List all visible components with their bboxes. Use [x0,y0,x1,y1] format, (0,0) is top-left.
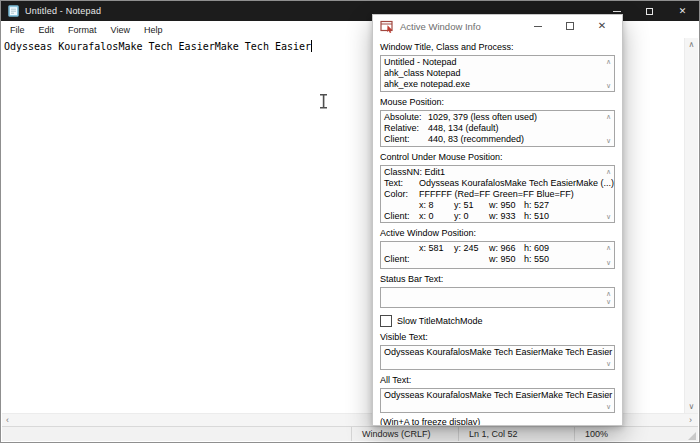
status-spacer [2,427,351,441]
scroll-down-icon[interactable]: ∨ [606,298,611,305]
scroll-up-icon[interactable]: ∧ [606,348,611,355]
status-cursor-position: Ln 1, Col 52 [458,427,574,441]
section-label-control-under-mouse: Control Under Mouse Position: [380,152,615,163]
box-line: Client: 440, 83 (recommended) [384,134,598,145]
all-text-box[interactable]: Odysseas KourafalosMake Tech EasierMake … [380,388,615,413]
notepad-window: Untitled - Notepad ✕ File Edit Format Vi… [0,0,700,443]
mouse-position-box[interactable]: Absolute: 1029, 379 (less often used) Re… [380,110,615,147]
maximize-button[interactable] [633,1,666,21]
box-line: Text: Odysseas KourafalosMake Tech Easie… [384,178,598,189]
minimize-icon [613,11,621,12]
section-label-window-info: Window Title, Class and Process: [380,42,615,53]
box-line: Client: x: 0 y: 0 w: 933 h: 510 [384,211,598,222]
section-label-mouse-position: Mouse Position: [380,97,615,108]
notepad-icon [8,5,19,17]
text-caret [311,40,312,52]
close-button[interactable]: ✕ [666,1,699,21]
status-bar-text-box[interactable]: ∧ ∨ [380,287,615,308]
scroll-down-icon[interactable]: ∨ [606,403,611,410]
scroll-up-icon[interactable]: ∧ [606,244,611,251]
window-info-box[interactable]: Untitled - Notepad ahk_class Notepad ahk… [380,55,615,92]
status-zoom-level: 100% [574,427,677,441]
window-spy-icon [380,20,394,33]
scroll-down-icon[interactable]: ∨ [606,213,611,220]
scroll-down-icon[interactable]: ∨ [606,137,611,144]
section-label-visible-text: Visible Text: [380,332,615,343]
spy-maximize-icon [566,22,574,30]
scroll-down-icon[interactable]: ∨ [606,82,611,89]
titlematch-checkbox-row: Slow TitleMatchMode [380,315,615,327]
editor-text-line: Odysseas KourafalosMake Tech EasierMake … [4,40,312,52]
resize-grip-icon[interactable] [688,432,696,440]
resize-grip-cell [677,427,698,441]
scroll-down-icon[interactable]: ∨ [685,403,698,411]
scroll-left-icon[interactable]: ‹ [6,416,9,425]
ibeam-cursor [319,94,328,109]
active-window-position-box[interactable]: x: 581 y: 245 w: 966 h: 609 Client: w: 9… [380,241,615,269]
box-line: Untitled - Notepad [384,57,598,68]
window-title: Untitled - Notepad [25,6,101,16]
menu-item-edit[interactable]: Edit [32,25,62,35]
section-label-active-window-position: Active Window Position: [380,228,615,239]
box-line: Relative: 448, 134 (default) [384,123,598,134]
titlematch-checkbox-label: Slow TitleMatchMode [397,316,483,326]
menu-item-view[interactable]: View [104,25,137,35]
box-line: Odysseas KourafalosMake Tech EasierMake … [384,390,598,401]
control-under-mouse-box[interactable]: ClassNN: Edit1 Text: Odysseas Kourafalos… [380,165,615,223]
menu-item-help[interactable]: Help [137,25,170,35]
section-label-status-bar-text: Status Bar Text: [380,274,615,285]
menu-item-format[interactable]: Format [61,25,104,35]
scroll-up-icon[interactable]: ∧ [606,290,611,297]
statusbar: Windows (CRLF) Ln 1, Col 52 100% [2,426,698,441]
spy-caption-buttons: ✕ [530,15,610,37]
spy-close-button[interactable]: ✕ [594,18,610,34]
scroll-up-icon[interactable]: ∧ [606,391,611,398]
spy-minimize-button[interactable] [530,18,546,34]
box-line: ahk_exe notepad.exe [384,79,598,90]
spy-close-icon: ✕ [598,21,606,31]
visible-text-box[interactable]: Odysseas KourafalosMake Tech EasierMake … [380,345,615,370]
spy-footer-hint: (Win+A to freeze display) [380,417,615,426]
menu-item-file[interactable]: File [3,25,32,35]
vertical-scrollbar[interactable]: ∧ ∨ [684,38,698,414]
box-line: ahk_class Notepad [384,68,598,79]
spy-maximize-button[interactable] [562,18,578,34]
scroll-up-icon[interactable]: ∧ [685,41,698,49]
box-line: x: 8 y: 51 w: 950 h: 527 [384,200,598,211]
box-line: Color: FFFFFF (Red=FF Green=FF Blue=FF) [384,189,598,200]
box-line: Odysseas KourafalosMake Tech EasierMake … [384,347,598,358]
scroll-up-icon[interactable]: ∧ [606,113,611,120]
close-icon: ✕ [679,7,687,16]
box-line: x: 581 y: 245 w: 966 h: 609 [384,243,598,254]
box-line: Client: w: 950 h: 550 [384,254,598,265]
spy-titlebar[interactable]: Active Window Info ✕ [373,15,622,37]
section-label-all-text: All Text: [380,375,615,386]
box-line: ClassNN: Edit1 [384,167,598,178]
spy-title: Active Window Info [400,21,481,32]
spy-minimize-icon [534,26,542,27]
scroll-up-icon[interactable]: ∧ [606,168,611,175]
scroll-right-icon[interactable]: › [689,416,692,425]
box-line: Absolute: 1029, 379 (less often used) [384,112,598,123]
scroll-down-icon[interactable]: ∨ [606,259,611,266]
titlematch-checkbox[interactable] [380,315,392,327]
active-window-info-dialog: Active Window Info ✕ Window Title, Class… [372,14,623,426]
status-line-ending: Windows (CRLF) [351,427,458,441]
editor-text: Odysseas KourafalosMake Tech EasierMake … [4,41,311,52]
spy-body: Window Title, Class and Process: Untitle… [373,42,622,426]
maximize-icon [646,8,653,15]
scroll-down-icon[interactable]: ∨ [606,360,611,367]
scroll-up-icon[interactable]: ∧ [606,58,611,65]
